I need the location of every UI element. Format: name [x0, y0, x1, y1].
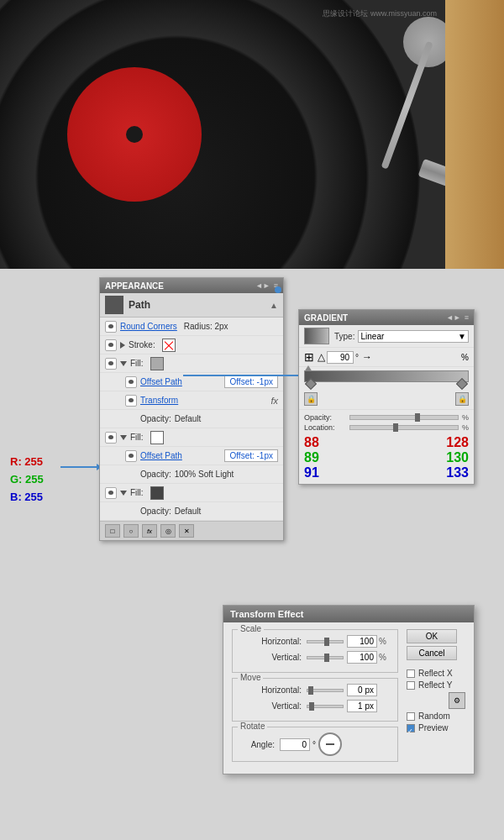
move-v-slider[interactable] [307, 701, 344, 711]
transform-link[interactable]: Transform [140, 396, 178, 405]
tb-target-btn[interactable]: ◎ [160, 524, 176, 538]
eye-icon-4[interactable] [125, 376, 137, 388]
transform-title: Transform Effect [230, 609, 303, 619]
angle-value[interactable]: 90 [327, 351, 354, 364]
appearance-toolbar: □ ○ fx ◎ ✕ [100, 521, 283, 540]
wood-edge [445, 0, 504, 269]
scale-v-label: Vertical: [239, 653, 307, 662]
move-h-row: Horizontal: 0 px [239, 684, 391, 696]
gradient-bar[interactable] [304, 370, 469, 382]
tb-trash-btn[interactable]: ✕ [179, 524, 194, 538]
angle-arrow: → [362, 351, 372, 363]
location-percent: % [462, 423, 469, 432]
right-b-value: 133 [446, 465, 469, 480]
rgb-annotation: R: 255 G: 255 B: 255 [10, 454, 44, 506]
left-rgb: 88 89 91 [304, 435, 321, 480]
gradient-percent: % [375, 353, 469, 362]
panel-collapse-btn[interactable]: ◄► [255, 281, 270, 290]
scale-h-slider[interactable] [307, 637, 344, 647]
random-checkbox[interactable] [407, 712, 415, 721]
type-label: Type: [334, 332, 354, 341]
angle-value[interactable]: 0 [280, 738, 310, 751]
eye-icon-3[interactable] [105, 358, 117, 370]
round-corners-row: Round Corners Radius: 2px [100, 318, 283, 336]
fill-expand-arrow[interactable] [120, 361, 127, 366]
tb-circle-btn[interactable]: ○ [123, 524, 139, 538]
round-corners-link[interactable]: Round Corners [120, 322, 177, 331]
opacity-row-2: Opacity: 100% Soft Light [100, 465, 283, 484]
gradient-preview-swatch[interactable] [304, 328, 329, 344]
fx-icon: fx [270, 396, 278, 406]
stroke-expand-arrow[interactable] [120, 342, 125, 349]
scroll-arrow[interactable]: ▲ [270, 301, 278, 310]
dialog-right-panel: OK Cancel Reflect X Reflect Y ⚙ Random [407, 629, 465, 735]
opacity-slider-thumb[interactable] [415, 413, 420, 422]
offset-value-1: Offset: -1px [224, 375, 278, 388]
transform-dialog: Transform Effect OK Cancel Reflect X Ref… [223, 605, 475, 774]
angle-row: Angle: 0 ° [239, 732, 391, 756]
location-slider-row: Location: % [304, 423, 469, 432]
move-section: Move 0 copies Horizontal: 0 px [232, 678, 398, 722]
tb-square-btn[interactable]: □ [105, 524, 120, 538]
random-label: Random [418, 711, 450, 721]
eye-icon-8[interactable] [105, 487, 117, 499]
type-select[interactable]: Linear ▼ [358, 330, 469, 343]
preview-label: Preview [418, 723, 449, 732]
reflect-x-row: Reflect X [407, 669, 465, 678]
offset-path-link-2[interactable]: Offset Path [140, 451, 182, 460]
grad-stop-right[interactable] [456, 378, 468, 390]
eye-icon-2[interactable] [105, 339, 117, 351]
fill-gray-swatch[interactable] [150, 357, 164, 370]
grad-stop-left[interactable] [305, 378, 317, 390]
reflect-y-row: Reflect Y [407, 680, 465, 690]
fill-dark-arrow[interactable] [120, 491, 127, 496]
fill-white-arrow[interactable] [120, 435, 127, 440]
fill-dark-swatch[interactable] [150, 486, 164, 500]
connector-dot [275, 286, 281, 293]
move-h-label: Horizontal: [239, 685, 307, 695]
scale-v-value[interactable]: 100 [347, 651, 377, 664]
opacity-value-3: Default [175, 507, 202, 516]
gradient-icons-row: 🔒 🔒 [304, 392, 469, 406]
preview-checkbox[interactable]: ✓ [407, 724, 415, 732]
eye-icon-6[interactable] [105, 432, 117, 444]
gradient-titlebar: GRADIENT ◄► ≡ [299, 310, 474, 325]
offset-value-2: Offset: -1px [224, 449, 278, 462]
reflect-y-checkbox[interactable] [407, 681, 415, 690]
type-select-arrow: ▼ [458, 332, 466, 341]
move-h-value[interactable]: 0 px [347, 684, 377, 696]
move-h-slider[interactable] [307, 685, 344, 696]
tb-fx-btn[interactable]: fx [142, 524, 157, 538]
gradient-title: GRADIENT [304, 313, 348, 323]
offset-path-link-1[interactable]: Offset Path [140, 377, 182, 386]
eye-icon-7[interactable] [125, 450, 137, 462]
eye-icon-1[interactable] [105, 321, 117, 333]
stroke-swatch[interactable] [162, 339, 176, 352]
gradient-titlebar-controls[interactable]: ◄► ≡ [446, 313, 469, 322]
watermark: 思缘设计论坛 www.missyuan.com [323, 8, 437, 19]
cancel-button[interactable]: Cancel [407, 646, 457, 660]
grad-icon-lock-right[interactable]: 🔒 [455, 392, 469, 406]
gradient-menu-btn[interactable]: ≡ [465, 313, 469, 322]
move-v-value[interactable]: 1 px [347, 700, 377, 712]
eye-icon-5[interactable] [125, 395, 137, 407]
gradient-angle-row: ⊞ △ 90 ° → % [299, 348, 474, 367]
fill-gray-row: Fill: [100, 354, 283, 373]
opacity-row-1: Opacity: Default [100, 410, 283, 428]
opacity-label: Opacity: [304, 413, 346, 422]
grad-icon-lock-left[interactable]: 🔒 [304, 392, 318, 406]
gradient-collapse-btn[interactable]: ◄► [446, 313, 461, 322]
fill-white-swatch[interactable] [150, 431, 164, 444]
scale-h-label: Horizontal: [239, 637, 307, 646]
rgb-r-label: R: 255 [10, 454, 44, 471]
scale-h-value[interactable]: 100 [347, 635, 377, 648]
ok-button[interactable]: OK [407, 629, 457, 643]
offset-path-row-2: Offset Path Offset: -1px [100, 447, 283, 465]
reflect-x-checkbox[interactable] [407, 669, 415, 678]
transform-row: Transform fx [100, 391, 283, 410]
location-slider-thumb[interactable] [393, 423, 398, 432]
angle-dial[interactable] [318, 732, 342, 756]
degree-symbol: ° [312, 740, 316, 749]
gradient-type-row: Type: Linear ▼ [299, 325, 474, 348]
scale-v-slider[interactable] [307, 653, 344, 663]
